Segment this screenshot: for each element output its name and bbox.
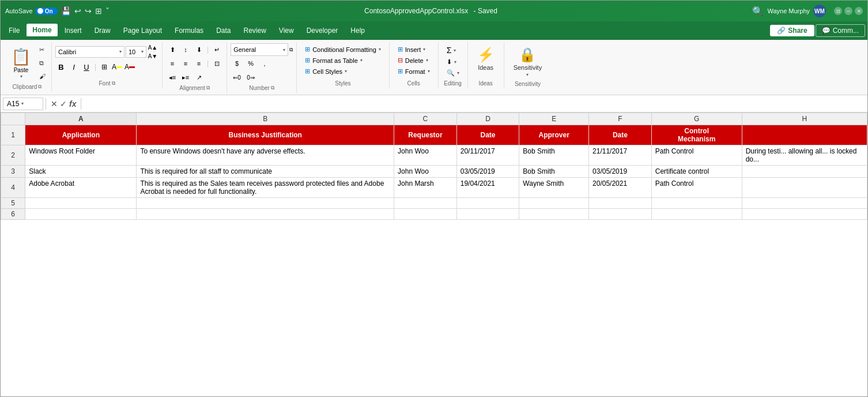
- row-header-6[interactable]: 6: [1, 209, 25, 220]
- menu-data[interactable]: Data: [210, 24, 236, 37]
- alignment-expand-icon[interactable]: ⧉: [206, 85, 210, 91]
- cell-h6[interactable]: [742, 209, 867, 220]
- restore-button[interactable]: ⊡: [834, 7, 842, 15]
- cell-f4[interactable]: 20/05/2021: [589, 178, 652, 198]
- wrap-text-button[interactable]: ↵: [210, 43, 223, 56]
- cell-b5[interactable]: [137, 198, 394, 209]
- menu-home[interactable]: Home: [27, 24, 57, 38]
- bold-button[interactable]: B: [55, 61, 67, 73]
- cell-e5[interactable]: [519, 198, 589, 209]
- cell-c5[interactable]: [394, 198, 457, 209]
- font-color-button[interactable]: A: [124, 61, 135, 73]
- currency-button[interactable]: $: [231, 57, 243, 70]
- cell-g4[interactable]: Path Control: [651, 178, 742, 198]
- menu-page-layout[interactable]: Page Layout: [118, 24, 168, 37]
- cell-b4[interactable]: This is required as the Sales team recei…: [137, 178, 394, 198]
- align-top-button[interactable]: ⬆: [166, 43, 179, 56]
- cell-d1[interactable]: Date: [456, 125, 519, 145]
- align-right-button[interactable]: ≡: [193, 57, 205, 70]
- cell-a5[interactable]: [25, 198, 137, 209]
- percent-button[interactable]: %: [244, 57, 257, 70]
- save-icon[interactable]: 💾: [61, 6, 71, 16]
- increase-font-button[interactable]: A▲: [147, 43, 158, 51]
- clipboard-expand-icon[interactable]: ⧉: [38, 84, 41, 90]
- cell-reference-box[interactable]: A15 ▾: [3, 98, 43, 110]
- underline-button[interactable]: U: [81, 61, 92, 73]
- minimize-button[interactable]: ─: [844, 7, 852, 15]
- col-header-f[interactable]: F: [589, 113, 652, 125]
- formula-input[interactable]: [84, 98, 865, 110]
- cell-c6[interactable]: [394, 209, 457, 220]
- col-header-c[interactable]: C: [394, 113, 457, 125]
- cell-e3[interactable]: Bob Smith: [519, 166, 589, 178]
- align-center-button[interactable]: ≡: [179, 57, 192, 70]
- paste-button[interactable]: 📋 Paste ▾: [6, 45, 36, 81]
- cell-d4[interactable]: 19/04/2021: [456, 178, 519, 198]
- menu-developer[interactable]: Developer: [301, 24, 344, 37]
- col-header-e[interactable]: E: [519, 113, 589, 125]
- search-icon[interactable]: 🔍: [752, 6, 764, 17]
- cell-d3[interactable]: 03/05/2019: [456, 166, 519, 178]
- cell-a1[interactable]: Application: [25, 125, 137, 145]
- formula-cancel-icon[interactable]: ✕: [51, 99, 58, 108]
- cell-d5[interactable]: [456, 198, 519, 209]
- format-painter-button[interactable]: 🖌: [37, 70, 48, 83]
- cell-h2[interactable]: During testi... allowing all... is locke…: [742, 145, 867, 166]
- menu-view[interactable]: View: [273, 24, 300, 37]
- format-cells-button[interactable]: ⊞ Format ▾: [393, 66, 435, 76]
- cell-h4[interactable]: [742, 178, 867, 198]
- cell-h5[interactable]: [742, 198, 867, 209]
- share-button[interactable]: 🔗 Share: [770, 25, 814, 36]
- merge-button[interactable]: ⊡: [210, 57, 223, 70]
- menu-file[interactable]: File: [3, 24, 25, 37]
- cell-c4[interactable]: John Marsh: [394, 178, 457, 198]
- row-header-2[interactable]: 2: [1, 145, 25, 166]
- cell-f1[interactable]: Date: [589, 125, 652, 145]
- ideas-button[interactable]: ⚡ Ideas: [471, 44, 500, 73]
- customize-icon[interactable]: ⊞: [95, 6, 102, 16]
- cell-c2[interactable]: John Woo: [394, 145, 457, 166]
- decrease-font-button[interactable]: A▼: [147, 52, 158, 60]
- menu-formulas[interactable]: Formulas: [169, 24, 209, 37]
- formula-confirm-icon[interactable]: ✓: [60, 99, 67, 108]
- cell-a2[interactable]: Windows Root Folder: [25, 145, 137, 166]
- number-expand-icon[interactable]: ⧉: [289, 47, 293, 53]
- align-bottom-button[interactable]: ⬇: [193, 43, 205, 56]
- menu-help[interactable]: Help: [345, 24, 371, 37]
- clear-button[interactable]: 🔍 ▾: [442, 68, 464, 78]
- cut-button[interactable]: ✂: [37, 43, 48, 56]
- cell-b3[interactable]: This is required for all staff to commun…: [137, 166, 394, 178]
- comments-button[interactable]: 💬 Comm...: [816, 24, 865, 37]
- menu-draw[interactable]: Draw: [89, 24, 116, 37]
- col-header-b[interactable]: B: [137, 113, 394, 125]
- sensitivity-button[interactable]: 🔒 Sensitivity ▾: [508, 44, 548, 80]
- col-header-g[interactable]: G: [651, 113, 742, 125]
- autosave-toggle[interactable]: On: [35, 8, 58, 15]
- row-header-3[interactable]: 3: [1, 166, 25, 178]
- copy-button[interactable]: ⧉: [37, 57, 48, 69]
- increase-decimal-button[interactable]: 0⇒: [244, 71, 257, 84]
- cell-g1[interactable]: ControlMechanism: [651, 125, 742, 145]
- cell-g2[interactable]: Path Control: [651, 145, 742, 166]
- highlight-button[interactable]: A: [111, 61, 123, 73]
- indent-decrease-button[interactable]: ◂≡: [166, 71, 179, 84]
- undo-icon[interactable]: ↩: [74, 6, 81, 16]
- comma-button[interactable]: ,: [258, 57, 271, 70]
- cell-a4[interactable]: Adobe Acrobat: [25, 178, 137, 198]
- menu-review[interactable]: Review: [237, 24, 271, 37]
- cell-e1[interactable]: Approver: [519, 125, 589, 145]
- row-header-4[interactable]: 4: [1, 178, 25, 198]
- orientation-button[interactable]: ↗: [193, 71, 205, 84]
- redo-icon[interactable]: ↪: [85, 6, 92, 16]
- insert-cells-button[interactable]: ⊞ Insert ▾: [393, 44, 431, 54]
- cell-h1[interactable]: [742, 125, 867, 145]
- cell-f2[interactable]: 21/11/2017: [589, 145, 652, 166]
- fill-button[interactable]: ⬇ ▾: [442, 57, 461, 67]
- font-family-select[interactable]: Calibri ▾: [55, 46, 124, 58]
- cell-c3[interactable]: John Woo: [394, 166, 457, 178]
- cell-g5[interactable]: [651, 198, 742, 209]
- number-format-select[interactable]: General ▾: [231, 43, 288, 56]
- cell-f6[interactable]: [589, 209, 652, 220]
- sum-button[interactable]: Σ ▾: [442, 44, 461, 56]
- cell-a6[interactable]: [25, 209, 137, 220]
